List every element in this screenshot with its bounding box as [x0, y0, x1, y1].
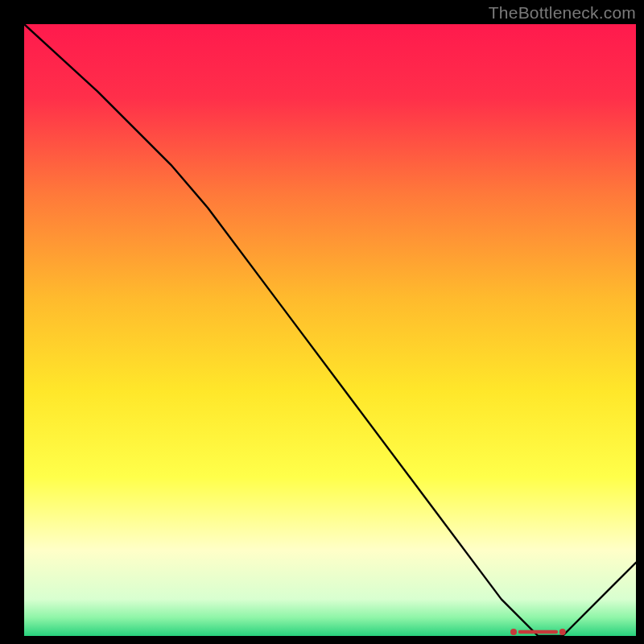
chart-frame: TheBottleneck.com — [0, 0, 644, 644]
gradient-background — [24, 24, 636, 636]
optimum-dot — [510, 629, 517, 635]
optimum-dot — [559, 629, 566, 635]
plot-svg — [24, 24, 636, 636]
watermark-text: TheBottleneck.com — [489, 3, 636, 23]
plot-area — [24, 24, 636, 636]
